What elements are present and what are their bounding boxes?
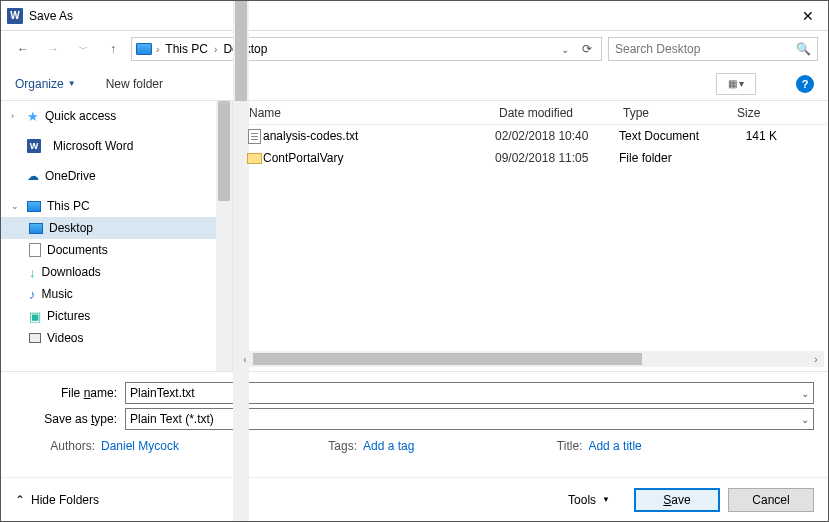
- nav-row: ← → ﹀ ↑ › This PC › Desktop ⌄ ⟳ Search D…: [1, 31, 828, 67]
- tree-onedrive[interactable]: ☁OneDrive: [1, 165, 232, 187]
- col-name[interactable]: Name: [245, 106, 495, 120]
- title-value[interactable]: Add a title: [588, 439, 641, 453]
- file-list: Name Date modified Type Size analysis-co…: [233, 101, 828, 371]
- new-folder-button[interactable]: New folder: [106, 77, 163, 91]
- tree-word[interactable]: WMicrosoft Word: [1, 135, 232, 157]
- tree-pictures[interactable]: ▣Pictures: [1, 305, 232, 327]
- file-row[interactable]: ContPortalVary 09/02/2018 11:05 File fol…: [233, 147, 828, 169]
- downloads-icon: ↓: [29, 265, 36, 280]
- tree-videos[interactable]: Videos: [1, 327, 232, 349]
- address-bar[interactable]: › This PC › Desktop ⌄ ⟳: [131, 37, 602, 61]
- hide-folders-toggle[interactable]: ⌃ Hide Folders: [15, 493, 99, 507]
- authors-label: Authors:: [35, 439, 95, 453]
- title-label: Title:: [546, 439, 582, 453]
- main-area: ›★Quick access WMicrosoft Word ☁OneDrive…: [1, 101, 828, 371]
- documents-icon: [29, 243, 41, 257]
- back-button[interactable]: ←: [11, 37, 35, 61]
- tools-menu[interactable]: Tools▼: [568, 493, 610, 507]
- forward-button[interactable]: →: [41, 37, 65, 61]
- videos-icon: [29, 333, 41, 343]
- toolbar: Organize▼ New folder ▦ ▾ ?: [1, 67, 828, 101]
- recent-dropdown[interactable]: ﹀: [71, 37, 95, 61]
- music-icon: ♪: [29, 287, 36, 302]
- search-placeholder: Search Desktop: [615, 42, 700, 56]
- filename-input[interactable]: PlainText.txt ⌄: [125, 382, 814, 404]
- chevron-icon: ›: [214, 44, 217, 55]
- col-size[interactable]: Size: [733, 106, 783, 120]
- help-button[interactable]: ?: [796, 75, 814, 93]
- chevron-down-icon[interactable]: ⌄: [801, 414, 809, 425]
- save-form: File name: PlainText.txt ⌄ Save as type:…: [1, 371, 828, 460]
- chevron-down-icon[interactable]: ⌄: [801, 388, 809, 399]
- column-headers: Name Date modified Type Size: [233, 101, 828, 125]
- search-icon: 🔍: [796, 42, 811, 56]
- tree-scrollbar[interactable]: [216, 101, 232, 371]
- organize-menu[interactable]: Organize▼: [15, 77, 76, 91]
- breadcrumb-thispc[interactable]: This PC: [163, 42, 210, 56]
- tags-label: Tags:: [321, 439, 357, 453]
- saveastype-label: Save as type:: [15, 412, 125, 426]
- refresh-button[interactable]: ⟳: [577, 42, 597, 56]
- col-date[interactable]: Date modified: [495, 106, 619, 120]
- footer: ⌃ Hide Folders Tools▼ Save Cancel: [1, 477, 828, 521]
- tree-quick-access[interactable]: ›★Quick access: [1, 105, 232, 127]
- nav-tree: ›★Quick access WMicrosoft Word ☁OneDrive…: [1, 101, 233, 371]
- star-icon: ★: [27, 109, 39, 124]
- view-options[interactable]: ▦ ▾: [716, 73, 756, 95]
- file-row[interactable]: analysis-codes.txt 02/02/2018 10:40 Text…: [233, 125, 828, 147]
- close-button[interactable]: ✕: [788, 1, 828, 31]
- pictures-icon: ▣: [29, 309, 41, 324]
- folder-icon: [247, 153, 262, 164]
- search-input[interactable]: Search Desktop 🔍: [608, 37, 818, 61]
- word-icon: W: [27, 139, 41, 153]
- col-type[interactable]: Type: [619, 106, 733, 120]
- address-dropdown[interactable]: ⌄: [557, 44, 573, 55]
- authors-value[interactable]: Daniel Mycock: [101, 439, 179, 453]
- horizontal-scrollbar[interactable]: ‹›: [237, 351, 824, 367]
- titlebar: W Save As ✕: [1, 1, 828, 31]
- save-button[interactable]: Save: [634, 488, 720, 512]
- saveastype-combo[interactable]: Plain Text (*.txt) ⌄: [125, 408, 814, 430]
- pc-icon: [27, 201, 41, 212]
- tree-music[interactable]: ♪Music: [1, 283, 232, 305]
- tree-downloads[interactable]: ↓Downloads: [1, 261, 232, 283]
- tree-thispc[interactable]: ⌄This PC: [1, 195, 232, 217]
- desktop-icon: [29, 223, 43, 234]
- tree-documents[interactable]: Documents: [1, 239, 232, 261]
- chevron-icon: ›: [156, 44, 159, 55]
- filename-label: File name:: [15, 386, 125, 400]
- cancel-button[interactable]: Cancel: [728, 488, 814, 512]
- onedrive-icon: ☁: [27, 169, 39, 183]
- tags-value[interactable]: Add a tag: [363, 439, 414, 453]
- chevron-up-icon: ⌃: [15, 493, 25, 507]
- word-icon: W: [7, 8, 23, 24]
- pc-icon: [136, 43, 152, 55]
- text-file-icon: [248, 129, 261, 144]
- tree-desktop[interactable]: Desktop: [1, 217, 232, 239]
- window-title: Save As: [29, 9, 73, 23]
- up-button[interactable]: ↑: [101, 37, 125, 61]
